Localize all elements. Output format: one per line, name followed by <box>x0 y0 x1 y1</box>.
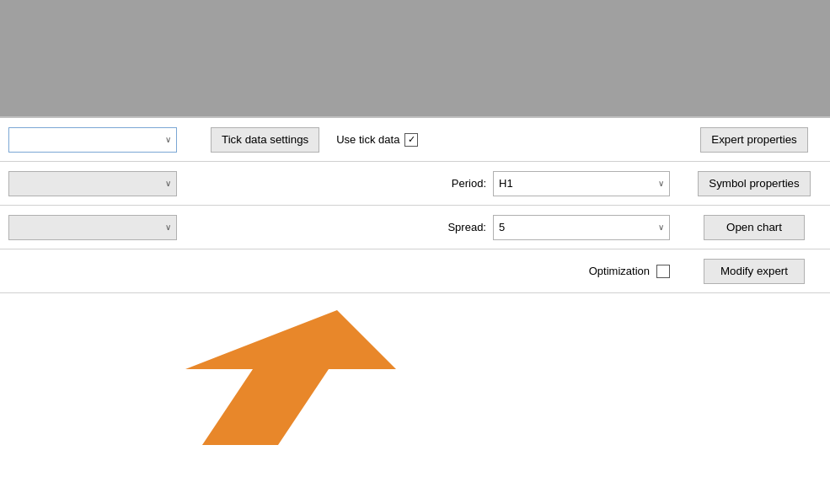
open-chart-button[interactable]: Open chart <box>704 215 805 240</box>
expert-properties-button[interactable]: Expert properties <box>700 127 808 153</box>
row-4: Optimization Modify expert <box>0 249 830 293</box>
svg-marker-0 <box>185 310 396 445</box>
use-tick-data-container: Use tick data ✓ <box>336 133 418 147</box>
date-to-chevron: ∨ <box>165 223 171 232</box>
date-from-dropdown[interactable]: ∨ <box>8 171 177 196</box>
row1-right: Expert properties <box>678 127 830 153</box>
orange-arrow <box>67 302 404 462</box>
row3-left: ∨ <box>0 215 202 240</box>
row1-left: ∨ <box>0 127 202 153</box>
row2-mid: Period: H1 ∨ <box>202 171 678 196</box>
optimization-label: Optimization <box>589 265 650 277</box>
period-chevron: ∨ <box>658 179 664 188</box>
row4-right: Modify expert <box>678 259 830 284</box>
use-tick-data-label: Use tick data <box>336 133 399 146</box>
period-value: H1 <box>499 177 513 190</box>
symbol-dropdown[interactable]: ∨ <box>8 127 177 153</box>
row3-right: Open chart <box>678 215 830 240</box>
date-to-dropdown[interactable]: ∨ <box>8 215 177 240</box>
spread-chevron: ∨ <box>658 223 664 232</box>
row2-left: ∨ <box>0 171 202 196</box>
arrow-area <box>0 293 830 469</box>
row-2: ∨ Period: H1 ∨ Symbol properties <box>0 162 830 206</box>
spread-label: Spread: <box>447 221 486 233</box>
tick-data-settings-button[interactable]: Tick data settings <box>211 127 319 153</box>
top-gray-area <box>0 0 830 116</box>
row-3: ∨ Spread: 5 ∨ Open chart <box>0 206 830 249</box>
period-dropdown[interactable]: H1 ∨ <box>493 171 670 196</box>
modify-expert-button[interactable]: Modify expert <box>704 259 805 284</box>
spread-dropdown[interactable]: 5 ∨ <box>493 215 670 240</box>
row4-mid: Optimization <box>202 265 678 278</box>
optimization-checkbox[interactable] <box>656 265 670 278</box>
symbol-dropdown-chevron: ∨ <box>165 135 171 144</box>
row2-right: Symbol properties <box>678 171 830 196</box>
row3-mid: Spread: 5 ∨ <box>202 215 678 240</box>
row1-mid: Tick data settings Use tick data ✓ <box>202 127 678 153</box>
symbol-properties-button[interactable]: Symbol properties <box>698 171 810 196</box>
period-label: Period: <box>452 177 486 190</box>
row-1: ∨ Tick data settings Use tick data ✓ Exp… <box>0 118 830 162</box>
date-from-chevron: ∨ <box>165 179 171 188</box>
controls-area: ∨ Tick data settings Use tick data ✓ Exp… <box>0 118 830 293</box>
use-tick-data-checkbox[interactable]: ✓ <box>404 133 418 147</box>
spread-value: 5 <box>499 221 505 233</box>
